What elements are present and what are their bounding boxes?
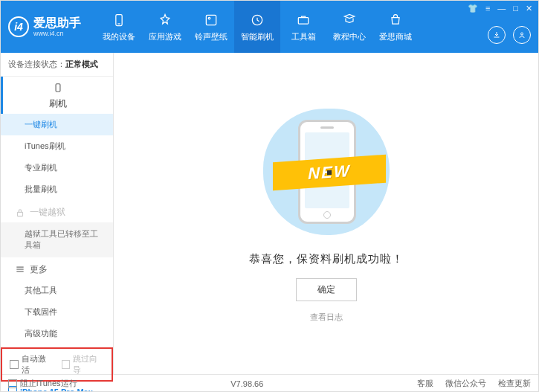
sidebar-item-batch[interactable]: 批量刷机 — [1, 179, 113, 200]
nav-label: 爱思商城 — [379, 31, 412, 42]
lock-icon — [15, 208, 25, 218]
main-content: NEW 恭喜您，保资料刷机成功啦！ 确定 查看日志 — [114, 53, 538, 374]
section-flash[interactable]: 刷机 — [1, 77, 113, 114]
nav-my-device[interactable]: 我的设备 — [96, 1, 142, 53]
section-label: 刷机 — [49, 97, 67, 110]
nav-toolbox[interactable]: 工具箱 — [280, 1, 326, 53]
footer-wechat[interactable]: 微信公众号 — [445, 378, 486, 389]
block-itunes-checkbox[interactable]: 阻止iTunes运行 — [8, 378, 77, 389]
device-icon — [111, 12, 127, 28]
section-jailbreak: 一键越狱 — [1, 200, 113, 222]
minimize-icon[interactable]: — — [497, 4, 506, 13]
phone-icon — [53, 83, 63, 93]
maximize-icon[interactable]: □ — [513, 4, 518, 13]
svg-rect-2 — [206, 15, 216, 25]
sidebar: 设备连接状态：正常模式 刷机 一键刷机 iTunes刷机 专业刷机 批量刷机 一… — [1, 53, 114, 374]
section-label: 更多 — [30, 263, 48, 276]
top-nav: 我的设备 应用游戏 铃声壁纸 智能刷机 工具箱 教程中心 爱思商城 — [96, 1, 419, 53]
sidebar-item-other[interactable]: 其他工具 — [1, 280, 113, 301]
skip-guide-checkbox[interactable]: 跳过向导 — [62, 353, 105, 376]
sidebar-item-download[interactable]: 下载固件 — [1, 301, 113, 323]
nav-apps[interactable]: 应用游戏 — [142, 1, 188, 53]
success-illustration: NEW — [259, 105, 393, 239]
nav-label: 智能刷机 — [241, 31, 274, 42]
wallpaper-icon — [203, 12, 219, 28]
section-more[interactable]: 更多 — [1, 257, 113, 280]
version-label: V7.98.66 — [230, 379, 263, 388]
footer-service[interactable]: 客服 — [417, 378, 433, 389]
app-header: i4 爱思助手 www.i4.cn 我的设备 应用游戏 铃声壁纸 智能刷机 工具… — [1, 1, 538, 53]
svg-rect-8 — [18, 212, 23, 216]
menu-icon[interactable]: ≡ — [485, 4, 490, 13]
user-button[interactable] — [513, 26, 531, 44]
auto-activate-checkbox[interactable]: 自动激活 — [10, 353, 53, 376]
connection-status: 设备连接状态：正常模式 — [1, 53, 113, 77]
view-log-link[interactable]: 查看日志 — [310, 312, 343, 323]
logo-icon: i4 — [8, 16, 29, 37]
sidebar-item-pro[interactable]: 专业刷机 — [1, 157, 113, 179]
nav-ringtone[interactable]: 铃声壁纸 — [188, 1, 234, 53]
app-title: 爱思助手 — [33, 16, 81, 30]
footer-update[interactable]: 检查更新 — [498, 378, 531, 389]
ok-button[interactable]: 确定 — [296, 278, 357, 301]
nav-tutorial[interactable]: 教程中心 — [326, 1, 372, 53]
skin-icon[interactable]: 👕 — [468, 4, 478, 13]
nav-store[interactable]: 爱思商城 — [372, 1, 419, 53]
success-message: 恭喜您，保资料刷机成功啦！ — [249, 252, 404, 266]
close-icon[interactable]: ✕ — [526, 4, 532, 13]
nav-label: 工具箱 — [291, 31, 316, 42]
more-icon — [15, 264, 25, 274]
section-label: 一键越狱 — [30, 206, 65, 219]
svg-rect-7 — [56, 84, 60, 92]
apps-icon — [157, 12, 173, 28]
flash-icon — [249, 12, 265, 28]
logo: i4 爱思助手 www.i4.cn — [8, 16, 81, 38]
store-icon — [387, 12, 404, 28]
nav-label: 铃声壁纸 — [195, 31, 227, 42]
sidebar-item-onekey[interactable]: 一键刷机 — [1, 114, 113, 135]
nav-label: 我的设备 — [103, 31, 135, 42]
download-button[interactable] — [488, 26, 506, 44]
window-controls: 👕 ≡ — □ ✕ — [468, 4, 532, 13]
nav-label: 教程中心 — [333, 31, 366, 42]
svg-point-6 — [521, 33, 523, 35]
tutorial-icon — [341, 12, 358, 28]
jailbreak-note: 越狱工具已转移至工具箱 — [1, 222, 113, 257]
sidebar-item-advanced[interactable]: 高级功能 — [1, 323, 113, 344]
sidebar-item-itunes[interactable]: iTunes刷机 — [1, 135, 113, 157]
svg-point-3 — [208, 17, 210, 19]
nav-label: 应用游戏 — [149, 31, 181, 42]
svg-rect-5 — [298, 17, 308, 23]
toolbox-icon — [295, 12, 312, 28]
app-subtitle: www.i4.cn — [33, 30, 81, 38]
nav-flash[interactable]: 智能刷机 — [234, 1, 280, 53]
options-row: 自动激活 跳过向导 — [1, 347, 113, 382]
